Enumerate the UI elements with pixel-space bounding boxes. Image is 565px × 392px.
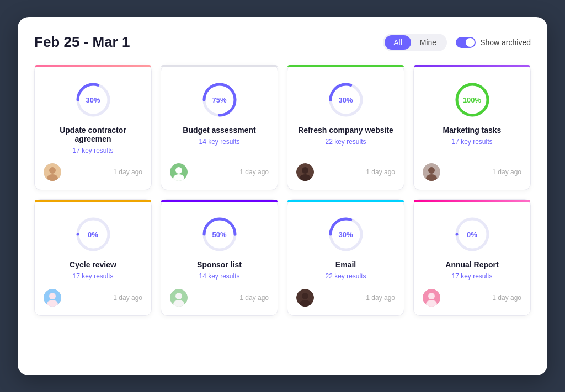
time-ago: 1 day ago <box>239 168 269 176</box>
filter-mine-button[interactable]: Mine <box>411 35 445 50</box>
card-key-results[interactable]: 17 key results <box>72 272 113 280</box>
card-footer: 1 day ago <box>170 289 269 307</box>
time-ago: 1 day ago <box>492 294 521 302</box>
card-footer: 1 day ago <box>296 163 395 181</box>
svg-point-28 <box>175 293 182 299</box>
card-key-results[interactable]: 14 key results <box>199 138 239 146</box>
card-title: Budget assessment <box>183 126 255 135</box>
progress-ring: 0% <box>453 215 492 254</box>
filter-all-button[interactable]: All <box>385 35 411 50</box>
card-card-5[interactable]: 0% Cycle review 17 key results 1 day ago <box>34 199 152 316</box>
avatar <box>170 289 188 307</box>
card-footer: 1 day ago <box>423 289 521 307</box>
main-container: Feb 25 - Mar 1 All Mine Show archived 30… <box>18 17 547 375</box>
show-archived-control[interactable]: Show archived <box>456 37 531 48</box>
card-card-3[interactable]: 30% Refresh company website 22 key resul… <box>287 65 404 190</box>
card-card-1[interactable]: 30% Update contractor agreemen 17 key re… <box>34 65 152 190</box>
svg-point-3 <box>49 167 56 174</box>
svg-point-33 <box>302 293 308 299</box>
card-card-2[interactable]: 75% Budget assessment 14 key results 1 d… <box>161 65 278 190</box>
filter-buttons: All Mine <box>383 34 447 51</box>
svg-point-38 <box>428 293 435 299</box>
progress-ring: 30% <box>327 215 365 254</box>
svg-point-18 <box>428 167 435 174</box>
progress-ring: 50% <box>200 215 239 254</box>
avatar <box>296 163 314 181</box>
time-ago: 1 day ago <box>366 168 395 176</box>
card-footer: 1 day ago <box>296 289 395 307</box>
avatar <box>423 163 440 181</box>
card-footer: 1 day ago <box>44 163 142 181</box>
card-key-results[interactable]: 22 key results <box>325 272 366 280</box>
card-title: Annual Report <box>445 260 498 269</box>
show-archived-label: Show archived <box>480 38 531 47</box>
progress-ring: 30% <box>74 80 113 119</box>
header-controls: All Mine Show archived <box>383 34 531 51</box>
progress-ring: 0% <box>74 215 113 254</box>
avatar <box>170 163 188 181</box>
svg-point-23 <box>49 293 56 299</box>
card-card-4[interactable]: 100% Marketing tasks 17 key results 1 da… <box>413 65 531 190</box>
progress-ring: 75% <box>200 80 239 119</box>
card-footer: 1 day ago <box>44 289 142 307</box>
card-title: Email <box>335 260 356 269</box>
card-key-results[interactable]: 17 key results <box>451 138 492 146</box>
card-footer: 1 day ago <box>423 163 521 181</box>
avatar <box>423 289 440 307</box>
card-title: Marketing tasks <box>443 126 502 135</box>
time-ago: 1 day ago <box>239 294 269 302</box>
show-archived-toggle[interactable] <box>456 37 476 48</box>
svg-point-13 <box>302 167 308 174</box>
avatar <box>296 289 314 307</box>
date-range: Feb 25 - Mar 1 <box>34 34 130 51</box>
card-footer: 1 day ago <box>170 163 269 181</box>
card-card-8[interactable]: 0% Annual Report 17 key results 1 day ag… <box>413 199 531 316</box>
cards-grid: 30% Update contractor agreemen 17 key re… <box>34 65 531 316</box>
card-title: Sponsor list <box>197 260 242 269</box>
card-title: Cycle review <box>70 260 116 269</box>
time-ago: 1 day ago <box>366 294 395 302</box>
card-key-results[interactable]: 14 key results <box>199 272 239 280</box>
avatar <box>44 289 61 307</box>
progress-ring: 100% <box>453 80 492 119</box>
card-key-results[interactable]: 17 key results <box>72 147 113 154</box>
card-key-results[interactable]: 17 key results <box>451 272 492 280</box>
avatar <box>44 163 61 181</box>
time-ago: 1 day ago <box>113 168 142 176</box>
card-card-7[interactable]: 30% Email 22 key results 1 day ago <box>287 199 404 316</box>
card-card-6[interactable]: 50% Sponsor list 14 key results 1 day ag… <box>161 199 278 316</box>
card-title: Refresh company website <box>298 126 393 135</box>
card-key-results[interactable]: 22 key results <box>325 138 366 146</box>
card-title: Update contractor agreemen <box>44 126 142 143</box>
progress-ring: 30% <box>327 80 365 119</box>
header: Feb 25 - Mar 1 All Mine Show archived <box>34 34 531 51</box>
time-ago: 1 day ago <box>492 168 521 176</box>
time-ago: 1 day ago <box>113 294 142 302</box>
svg-point-8 <box>175 167 182 174</box>
